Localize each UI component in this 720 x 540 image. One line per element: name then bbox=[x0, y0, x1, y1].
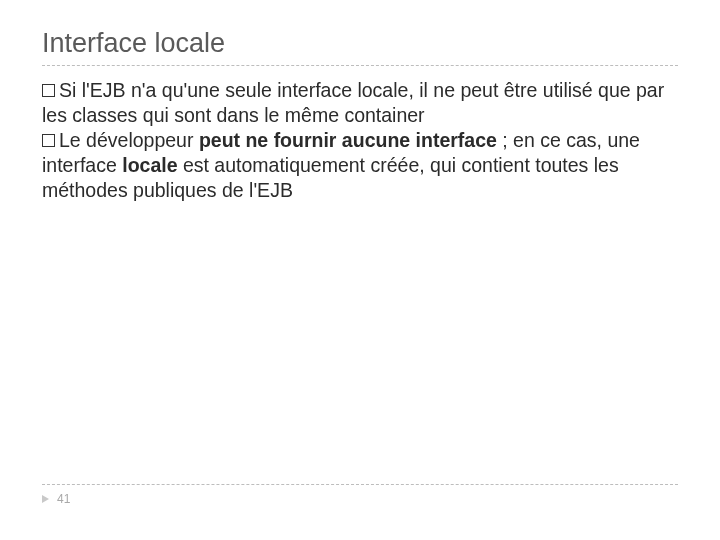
square-bullet-icon bbox=[42, 84, 55, 97]
slide-footer: 41 bbox=[42, 484, 678, 506]
bullet-item: Si l'EJB n'a qu'une seule interface loca… bbox=[42, 78, 678, 128]
page-number: 41 bbox=[57, 492, 70, 506]
bullet-text: Si l'EJB n'a qu'une seule interface loca… bbox=[42, 79, 664, 126]
arrow-right-icon bbox=[42, 495, 49, 503]
bullet-text: Le développeur bbox=[59, 129, 199, 151]
bullet-item: Le développeur peut ne fournir aucune in… bbox=[42, 128, 678, 203]
slide-title: Interface locale bbox=[42, 28, 678, 66]
bullet-text-bold: peut ne fournir aucune interface bbox=[199, 129, 497, 151]
slide-body: Si l'EJB n'a qu'une seule interface loca… bbox=[42, 78, 678, 203]
bullet-text-bold: locale bbox=[122, 154, 177, 176]
square-bullet-icon bbox=[42, 134, 55, 147]
